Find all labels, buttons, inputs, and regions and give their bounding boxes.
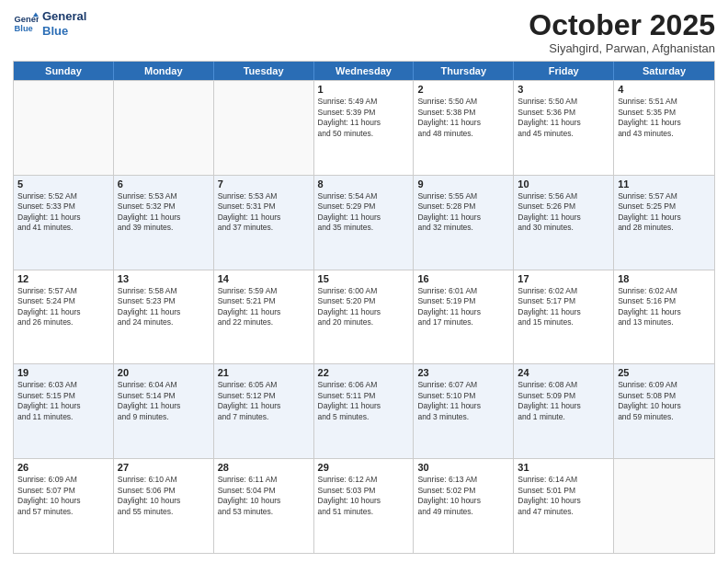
day-number: 24 — [518, 367, 609, 378]
day-number: 3 — [518, 84, 609, 95]
page: General Blue General Blue October 2025 S… — [0, 0, 728, 563]
day-info: Sunrise: 5:50 AM Sunset: 5:38 PM Dayligh… — [417, 97, 509, 139]
day-info: Sunrise: 6:04 AM Sunset: 5:14 PM Dayligh… — [118, 380, 210, 422]
calendar-cell: 21Sunrise: 6:05 AM Sunset: 5:12 PM Dayli… — [214, 364, 314, 458]
day-info: Sunrise: 6:08 AM Sunset: 5:09 PM Dayligh… — [518, 380, 609, 422]
calendar-cell: 16Sunrise: 6:01 AM Sunset: 5:19 PM Dayli… — [414, 270, 514, 364]
day-info: Sunrise: 5:51 AM Sunset: 5:35 PM Dayligh… — [618, 97, 711, 139]
calendar-cell — [214, 81, 314, 175]
day-info: Sunrise: 5:55 AM Sunset: 5:28 PM Dayligh… — [417, 191, 509, 234]
calendar-cell: 2Sunrise: 5:50 AM Sunset: 5:38 PM Daylig… — [414, 81, 514, 175]
day-info: Sunrise: 5:59 AM Sunset: 5:21 PM Dayligh… — [218, 286, 310, 328]
day-number: 10 — [518, 178, 609, 190]
day-number: 27 — [118, 462, 210, 473]
day-info: Sunrise: 6:14 AM Sunset: 5:01 PM Dayligh… — [518, 475, 609, 517]
day-info: Sunrise: 5:57 AM Sunset: 5:24 PM Dayligh… — [17, 286, 109, 328]
day-number: 1 — [318, 84, 410, 95]
calendar-cell: 14Sunrise: 5:59 AM Sunset: 5:21 PM Dayli… — [214, 270, 314, 364]
calendar-body: 1Sunrise: 5:49 AM Sunset: 5:39 PM Daylig… — [14, 80, 714, 553]
calendar: SundayMondayTuesdayWednesdayThursdayFrid… — [13, 61, 715, 554]
day-number: 23 — [417, 367, 509, 378]
day-info: Sunrise: 6:11 AM Sunset: 5:04 PM Dayligh… — [218, 475, 310, 517]
calendar-cell: 13Sunrise: 5:58 AM Sunset: 5:23 PM Dayli… — [114, 270, 214, 364]
day-number: 6 — [118, 178, 210, 190]
day-number: 18 — [618, 273, 711, 284]
calendar-cell: 19Sunrise: 6:03 AM Sunset: 5:15 PM Dayli… — [14, 364, 114, 458]
day-number: 31 — [518, 462, 609, 473]
calendar-header: SundayMondayTuesdayWednesdayThursdayFrid… — [14, 62, 714, 80]
svg-text:Blue: Blue — [15, 23, 33, 32]
calendar-cell: 6Sunrise: 5:53 AM Sunset: 5:32 PM Daylig… — [114, 176, 214, 270]
day-info: Sunrise: 5:53 AM Sunset: 5:31 PM Dayligh… — [218, 191, 310, 234]
logo-icon: General Blue — [13, 11, 39, 37]
day-info: Sunrise: 6:07 AM Sunset: 5:10 PM Dayligh… — [417, 380, 509, 422]
calendar-cell: 23Sunrise: 6:07 AM Sunset: 5:10 PM Dayli… — [414, 364, 514, 458]
day-info: Sunrise: 5:53 AM Sunset: 5:32 PM Dayligh… — [118, 191, 210, 234]
calendar-cell: 4Sunrise: 5:51 AM Sunset: 5:35 PM Daylig… — [614, 81, 714, 175]
day-info: Sunrise: 6:05 AM Sunset: 5:12 PM Dayligh… — [218, 380, 310, 422]
day-info: Sunrise: 6:02 AM Sunset: 5:16 PM Dayligh… — [618, 286, 711, 328]
day-info: Sunrise: 6:01 AM Sunset: 5:19 PM Dayligh… — [417, 286, 509, 328]
day-info: Sunrise: 5:50 AM Sunset: 5:36 PM Dayligh… — [518, 97, 609, 139]
day-number: 25 — [618, 367, 711, 378]
calendar-cell: 17Sunrise: 6:02 AM Sunset: 5:17 PM Dayli… — [514, 270, 614, 364]
month-title: October 2025 — [529, 9, 715, 41]
day-number: 20 — [118, 367, 210, 378]
calendar-cell: 12Sunrise: 5:57 AM Sunset: 5:24 PM Dayli… — [14, 270, 114, 364]
calendar-cell: 26Sunrise: 6:09 AM Sunset: 5:07 PM Dayli… — [14, 459, 114, 553]
day-number: 19 — [17, 367, 109, 378]
day-number: 22 — [318, 367, 410, 378]
calendar-cell: 3Sunrise: 5:50 AM Sunset: 5:36 PM Daylig… — [514, 81, 614, 175]
calendar-cell: 9Sunrise: 5:55 AM Sunset: 5:28 PM Daylig… — [414, 176, 514, 270]
calendar-cell — [614, 459, 714, 553]
weekday-header: Friday — [514, 62, 614, 80]
day-number: 30 — [417, 462, 509, 473]
day-info: Sunrise: 6:12 AM Sunset: 5:03 PM Dayligh… — [318, 475, 410, 517]
day-number: 8 — [318, 178, 410, 190]
day-info: Sunrise: 6:00 AM Sunset: 5:20 PM Dayligh… — [318, 286, 410, 328]
calendar-row: 5Sunrise: 5:52 AM Sunset: 5:33 PM Daylig… — [14, 175, 714, 270]
day-number: 15 — [318, 273, 410, 284]
day-info: Sunrise: 5:52 AM Sunset: 5:33 PM Dayligh… — [17, 191, 109, 234]
title-block: October 2025 Siyahgird, Parwan, Afghanis… — [529, 9, 715, 55]
day-number: 2 — [417, 84, 509, 95]
day-info: Sunrise: 6:10 AM Sunset: 5:06 PM Dayligh… — [118, 475, 210, 517]
day-number: 16 — [417, 273, 509, 284]
calendar-cell: 5Sunrise: 5:52 AM Sunset: 5:33 PM Daylig… — [14, 176, 114, 270]
weekday-header: Wednesday — [314, 62, 415, 80]
calendar-cell: 10Sunrise: 5:56 AM Sunset: 5:26 PM Dayli… — [514, 176, 614, 270]
calendar-row: 1Sunrise: 5:49 AM Sunset: 5:39 PM Daylig… — [14, 80, 714, 175]
header: General Blue General Blue October 2025 S… — [13, 9, 715, 55]
calendar-cell: 25Sunrise: 6:09 AM Sunset: 5:08 PM Dayli… — [614, 364, 714, 458]
calendar-cell: 30Sunrise: 6:13 AM Sunset: 5:02 PM Dayli… — [414, 459, 514, 553]
day-number: 12 — [17, 273, 109, 284]
calendar-cell: 8Sunrise: 5:54 AM Sunset: 5:29 PM Daylig… — [314, 176, 415, 270]
calendar-cell: 31Sunrise: 6:14 AM Sunset: 5:01 PM Dayli… — [514, 459, 614, 553]
day-info: Sunrise: 5:49 AM Sunset: 5:39 PM Dayligh… — [318, 97, 410, 139]
calendar-cell: 1Sunrise: 5:49 AM Sunset: 5:39 PM Daylig… — [314, 81, 415, 175]
calendar-cell: 18Sunrise: 6:02 AM Sunset: 5:16 PM Dayli… — [614, 270, 714, 364]
logo-line2: Blue — [42, 24, 86, 39]
calendar-cell: 22Sunrise: 6:06 AM Sunset: 5:11 PM Dayli… — [314, 364, 415, 458]
calendar-row: 12Sunrise: 5:57 AM Sunset: 5:24 PM Dayli… — [14, 270, 714, 364]
day-number: 14 — [218, 273, 310, 284]
weekday-header: Thursday — [414, 62, 514, 80]
calendar-cell: 24Sunrise: 6:08 AM Sunset: 5:09 PM Dayli… — [514, 364, 614, 458]
day-number: 11 — [618, 178, 711, 190]
day-info: Sunrise: 5:54 AM Sunset: 5:29 PM Dayligh… — [318, 191, 410, 234]
day-number: 17 — [518, 273, 609, 284]
weekday-header: Monday — [114, 62, 214, 80]
day-number: 7 — [218, 178, 310, 190]
weekday-header: Sunday — [14, 62, 114, 80]
calendar-cell: 27Sunrise: 6:10 AM Sunset: 5:06 PM Dayli… — [114, 459, 214, 553]
logo-line1: General — [42, 9, 86, 24]
calendar-cell — [14, 81, 114, 175]
calendar-cell: 15Sunrise: 6:00 AM Sunset: 5:20 PM Dayli… — [314, 270, 415, 364]
day-info: Sunrise: 5:58 AM Sunset: 5:23 PM Dayligh… — [118, 286, 210, 328]
calendar-cell: 20Sunrise: 6:04 AM Sunset: 5:14 PM Dayli… — [114, 364, 214, 458]
day-info: Sunrise: 6:03 AM Sunset: 5:15 PM Dayligh… — [17, 380, 109, 422]
day-info: Sunrise: 6:06 AM Sunset: 5:11 PM Dayligh… — [318, 380, 410, 422]
calendar-cell — [114, 81, 214, 175]
calendar-row: 19Sunrise: 6:03 AM Sunset: 5:15 PM Dayli… — [14, 363, 714, 458]
weekday-header: Tuesday — [214, 62, 314, 80]
